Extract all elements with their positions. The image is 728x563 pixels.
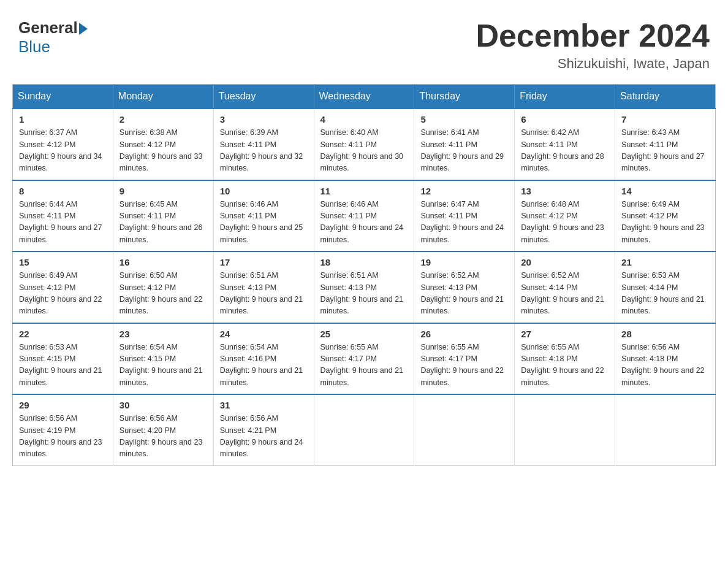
- day-number: 20: [521, 257, 609, 267]
- day-info: Sunrise: 6:52 AMSunset: 4:13 PMDaylight:…: [420, 270, 508, 318]
- calendar-day-cell: 14 Sunrise: 6:49 AMSunset: 4:12 PMDaylig…: [615, 180, 716, 252]
- calendar-day-cell: 29 Sunrise: 6:56 AMSunset: 4:19 PMDaylig…: [13, 394, 113, 465]
- month-title: December 2024: [476, 18, 710, 53]
- day-info: Sunrise: 6:46 AMSunset: 4:11 PMDaylight:…: [320, 199, 408, 247]
- calendar-day-cell: 30 Sunrise: 6:56 AMSunset: 4:20 PMDaylig…: [113, 394, 213, 465]
- calendar-day-cell: 21 Sunrise: 6:53 AMSunset: 4:14 PMDaylig…: [615, 251, 716, 323]
- day-number: 26: [420, 329, 508, 339]
- day-info: Sunrise: 6:56 AMSunset: 4:20 PMDaylight:…: [119, 413, 207, 461]
- day-of-week-header: Thursday: [414, 85, 515, 109]
- title-section: December 2024 Shizukuishi, Iwate, Japan: [476, 18, 710, 72]
- calendar-header-row: SundayMondayTuesdayWednesdayThursdayFrid…: [13, 85, 716, 109]
- day-info: Sunrise: 6:55 AMSunset: 4:17 PMDaylight:…: [420, 342, 508, 389]
- calendar-day-cell: 1 Sunrise: 6:37 AMSunset: 4:12 PMDayligh…: [13, 109, 113, 180]
- day-info: Sunrise: 6:42 AMSunset: 4:11 PMDaylight:…: [521, 127, 609, 175]
- day-number: 9: [119, 186, 207, 196]
- day-info: Sunrise: 6:55 AMSunset: 4:17 PMDaylight:…: [320, 342, 408, 389]
- calendar-day-cell: 6 Sunrise: 6:42 AMSunset: 4:11 PMDayligh…: [515, 109, 615, 180]
- day-info: Sunrise: 6:40 AMSunset: 4:11 PMDaylight:…: [320, 127, 408, 175]
- calendar-day-cell: 31 Sunrise: 6:56 AMSunset: 4:21 PMDaylig…: [213, 394, 314, 465]
- day-info: Sunrise: 6:46 AMSunset: 4:11 PMDaylight:…: [220, 199, 308, 247]
- day-info: Sunrise: 6:39 AMSunset: 4:11 PMDaylight:…: [220, 127, 308, 175]
- day-info: Sunrise: 6:38 AMSunset: 4:12 PMDaylight:…: [119, 127, 207, 175]
- day-number: 2: [119, 114, 207, 124]
- day-info: Sunrise: 6:49 AMSunset: 4:12 PMDaylight:…: [621, 199, 709, 247]
- day-number: 3: [220, 114, 308, 124]
- day-info: Sunrise: 6:53 AMSunset: 4:15 PMDaylight:…: [19, 342, 107, 389]
- calendar-day-cell: 20 Sunrise: 6:52 AMSunset: 4:14 PMDaylig…: [515, 251, 615, 323]
- calendar-day-cell: 16 Sunrise: 6:50 AMSunset: 4:12 PMDaylig…: [113, 251, 213, 323]
- logo-general-text: General: [18, 18, 78, 37]
- day-number: 30: [119, 400, 207, 410]
- day-of-week-header: Tuesday: [213, 85, 314, 109]
- day-number: 27: [521, 329, 609, 339]
- calendar-day-cell: 7 Sunrise: 6:43 AMSunset: 4:11 PMDayligh…: [615, 109, 716, 180]
- day-number: 23: [119, 329, 207, 339]
- day-info: Sunrise: 6:54 AMSunset: 4:16 PMDaylight:…: [220, 342, 308, 389]
- day-info: Sunrise: 6:56 AMSunset: 4:19 PMDaylight:…: [19, 413, 107, 461]
- calendar-day-cell: 18 Sunrise: 6:51 AMSunset: 4:13 PMDaylig…: [314, 251, 414, 323]
- day-number: 10: [220, 186, 308, 196]
- day-number: 4: [320, 114, 408, 124]
- day-info: Sunrise: 6:53 AMSunset: 4:14 PMDaylight:…: [621, 270, 709, 318]
- calendar-table: SundayMondayTuesdayWednesdayThursdayFrid…: [12, 84, 716, 466]
- calendar-day-cell: 24 Sunrise: 6:54 AMSunset: 4:16 PMDaylig…: [213, 323, 314, 395]
- day-number: 11: [320, 186, 408, 196]
- calendar-day-cell: 26 Sunrise: 6:55 AMSunset: 4:17 PMDaylig…: [414, 323, 515, 395]
- day-info: Sunrise: 6:45 AMSunset: 4:11 PMDaylight:…: [119, 199, 207, 247]
- day-info: Sunrise: 6:51 AMSunset: 4:13 PMDaylight:…: [320, 270, 408, 318]
- day-info: Sunrise: 6:48 AMSunset: 4:12 PMDaylight:…: [521, 199, 609, 247]
- day-number: 14: [621, 186, 709, 196]
- day-number: 24: [220, 329, 308, 339]
- day-number: 18: [320, 257, 408, 267]
- calendar-week-row: 29 Sunrise: 6:56 AMSunset: 4:19 PMDaylig…: [13, 394, 716, 465]
- day-number: 31: [220, 400, 308, 410]
- calendar-day-cell: 4 Sunrise: 6:40 AMSunset: 4:11 PMDayligh…: [314, 109, 414, 180]
- day-number: 1: [19, 114, 107, 124]
- day-of-week-header: Saturday: [615, 85, 716, 109]
- logo-blue-text: Blue: [18, 37, 50, 56]
- day-number: 12: [420, 186, 508, 196]
- day-number: 6: [521, 114, 609, 124]
- calendar-week-row: 1 Sunrise: 6:37 AMSunset: 4:12 PMDayligh…: [13, 109, 716, 180]
- day-number: 25: [320, 329, 408, 339]
- day-number: 17: [220, 257, 308, 267]
- day-number: 29: [19, 400, 107, 410]
- calendar-day-cell: 3 Sunrise: 6:39 AMSunset: 4:11 PMDayligh…: [213, 109, 314, 180]
- calendar-day-cell: 23 Sunrise: 6:54 AMSunset: 4:15 PMDaylig…: [113, 323, 213, 395]
- day-number: 21: [621, 257, 709, 267]
- day-number: 8: [19, 186, 107, 196]
- calendar-day-cell: 9 Sunrise: 6:45 AMSunset: 4:11 PMDayligh…: [113, 180, 213, 252]
- calendar-day-cell: 25 Sunrise: 6:55 AMSunset: 4:17 PMDaylig…: [314, 323, 414, 395]
- day-info: Sunrise: 6:44 AMSunset: 4:11 PMDaylight:…: [19, 199, 107, 247]
- day-number: 7: [621, 114, 709, 124]
- calendar-day-cell: 19 Sunrise: 6:52 AMSunset: 4:13 PMDaylig…: [414, 251, 515, 323]
- day-info: Sunrise: 6:52 AMSunset: 4:14 PMDaylight:…: [521, 270, 609, 318]
- day-info: Sunrise: 6:56 AMSunset: 4:18 PMDaylight:…: [621, 342, 709, 389]
- calendar-week-row: 15 Sunrise: 6:49 AMSunset: 4:12 PMDaylig…: [13, 251, 716, 323]
- calendar-day-cell: [615, 394, 716, 465]
- calendar-day-cell: [414, 394, 515, 465]
- calendar-day-cell: 10 Sunrise: 6:46 AMSunset: 4:11 PMDaylig…: [213, 180, 314, 252]
- day-info: Sunrise: 6:47 AMSunset: 4:11 PMDaylight:…: [420, 199, 508, 247]
- calendar-day-cell: 28 Sunrise: 6:56 AMSunset: 4:18 PMDaylig…: [615, 323, 716, 395]
- logo-arrow-icon: [79, 23, 88, 35]
- day-info: Sunrise: 6:41 AMSunset: 4:11 PMDaylight:…: [420, 127, 508, 175]
- calendar-day-cell: 15 Sunrise: 6:49 AMSunset: 4:12 PMDaylig…: [13, 251, 113, 323]
- location-subtitle: Shizukuishi, Iwate, Japan: [476, 56, 710, 72]
- day-number: 16: [119, 257, 207, 267]
- calendar-day-cell: 11 Sunrise: 6:46 AMSunset: 4:11 PMDaylig…: [314, 180, 414, 252]
- calendar-day-cell: [314, 394, 414, 465]
- day-of-week-header: Sunday: [13, 85, 113, 109]
- day-info: Sunrise: 6:37 AMSunset: 4:12 PMDaylight:…: [19, 127, 107, 175]
- day-of-week-header: Monday: [113, 85, 213, 109]
- day-number: 22: [19, 329, 107, 339]
- page-header: General Blue December 2024 Shizukuishi, …: [12, 12, 716, 72]
- day-info: Sunrise: 6:54 AMSunset: 4:15 PMDaylight:…: [119, 342, 207, 389]
- day-number: 28: [621, 329, 709, 339]
- calendar-week-row: 22 Sunrise: 6:53 AMSunset: 4:15 PMDaylig…: [13, 323, 716, 395]
- calendar-week-row: 8 Sunrise: 6:44 AMSunset: 4:11 PMDayligh…: [13, 180, 716, 252]
- calendar-day-cell: 13 Sunrise: 6:48 AMSunset: 4:12 PMDaylig…: [515, 180, 615, 252]
- day-of-week-header: Wednesday: [314, 85, 414, 109]
- day-of-week-header: Friday: [515, 85, 615, 109]
